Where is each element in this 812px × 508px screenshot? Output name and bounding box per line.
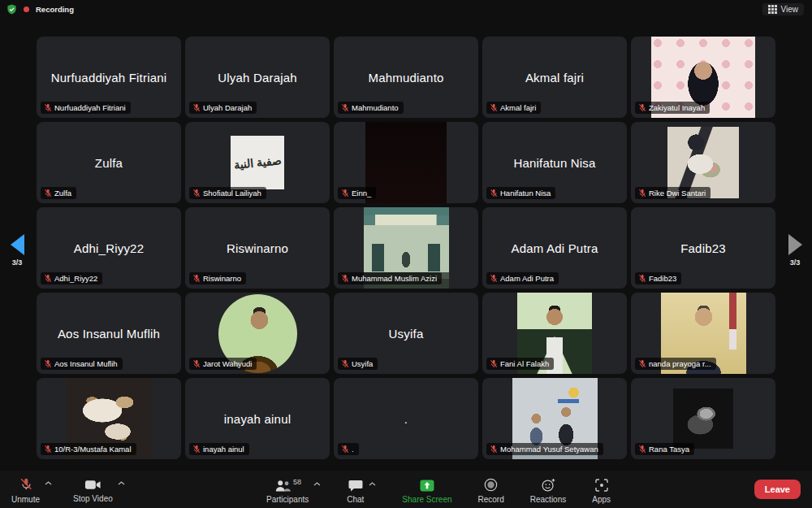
reactions-smiley-icon [540, 478, 555, 492]
participant-tile[interactable]: Fani Al Falakh [482, 293, 627, 374]
chat-chevron-icon[interactable] [369, 482, 376, 486]
participant-label-text: nanda prayoga r... [649, 359, 711, 368]
participant-label-text: Aos Insanul Muflih [54, 359, 118, 368]
participant-label: Fani Al Falakh [486, 358, 554, 370]
toolbar: Unmute Stop Video [0, 471, 812, 508]
muted-mic-icon [638, 359, 646, 368]
participant-tile[interactable]: Fadib23Fadib23 [631, 207, 775, 289]
participant-label-text: Ulyah Darajah [203, 103, 252, 112]
participant-tile[interactable]: RiswinarnoRiswinarno [185, 207, 330, 289]
calligraphy-text: صفية النية [233, 154, 282, 172]
participant-video [365, 122, 447, 203]
participant-label: Rana Tasya [635, 443, 694, 455]
participant-tile[interactable]: UsyifaUsyifa [334, 293, 478, 374]
leave-button[interactable]: Leave [754, 480, 801, 499]
participant-tile[interactable]: Rana Tasya [631, 378, 775, 459]
muted-mic-icon [341, 189, 349, 198]
video-options-chevron-icon[interactable] [118, 481, 125, 485]
arrow-right-icon [788, 234, 802, 255]
muted-mic-icon [192, 274, 201, 283]
participant-tile[interactable]: nanda prayoga r... [631, 293, 775, 374]
participant-tile[interactable]: inayah ainulinayah ainul [185, 378, 330, 459]
stop-video-button[interactable]: Stop Video [73, 477, 113, 503]
previous-page-button[interactable]: 3/3 [3, 234, 31, 267]
participant-tile[interactable]: Aos Insanul MuflihAos Insanul Muflih [37, 293, 181, 374]
participant-tile[interactable]: 10/R-3/Mustafa Kamal [37, 378, 181, 459]
participant-tile[interactable]: ZulfaZulfa [37, 122, 181, 203]
muted-mic-icon [44, 189, 52, 198]
participant-label-text: Zulfa [54, 189, 71, 198]
muted-mic-icon [192, 103, 201, 112]
zoom-meeting-window: Recording View Nurfuaddiyah FitrianiNurf… [0, 0, 812, 508]
participant-tile[interactable]: Muhammad Muslim Azizi [334, 207, 478, 289]
muted-mic-icon [341, 274, 349, 283]
participant-tile[interactable]: Zakiyatul Inayah [631, 37, 775, 118]
participant-tile[interactable]: Ulyah DarajahUlyah Darajah [185, 37, 330, 118]
participant-tile[interactable]: .. [334, 378, 478, 459]
chat-button[interactable]: Chat [347, 478, 364, 504]
participant-label: Riswinarno [189, 272, 246, 284]
participant-label: Mohammad Yusuf Setyawan [486, 443, 603, 455]
reactions-label: Reactions [530, 495, 566, 504]
participant-video: صفية النية [231, 136, 284, 189]
participant-tile[interactable]: Hanifatun NisaHanifatun Nisa [482, 122, 627, 203]
participant-label: nanda prayoga r... [635, 358, 716, 370]
muted-mic-icon [192, 189, 201, 198]
muted-mic-icon [490, 274, 498, 283]
participant-label: Fadib23 [635, 272, 681, 284]
record-button[interactable]: Record [478, 478, 504, 504]
participant-label: Adam Adi Putra [486, 272, 559, 284]
participant-label-text: Mahmudianto [352, 103, 399, 112]
participants-button[interactable]: 58 Participants [266, 478, 309, 504]
stop-video-label: Stop Video [73, 494, 113, 503]
apps-button[interactable]: Apps [592, 478, 611, 504]
participant-label-text: . [352, 445, 354, 454]
apps-label: Apps [592, 495, 611, 504]
participants-label: Participants [266, 495, 309, 504]
participant-label-text: Adhi_Riyy22 [54, 274, 97, 283]
share-screen-button[interactable]: Share Screen [402, 478, 451, 504]
unmute-options-chevron-icon[interactable] [45, 481, 52, 485]
participants-icon [274, 480, 292, 492]
participant-tile[interactable]: Nurfuaddiyah FitrianiNurfuaddiyah Fitria… [37, 37, 181, 118]
participant-label-text: Rike Dwi Santari [649, 189, 706, 198]
muted-mic-icon [490, 103, 498, 112]
participant-label: Zulfa [41, 187, 76, 199]
chat-bubble-icon [348, 480, 363, 492]
chat-label: Chat [347, 495, 364, 504]
participants-count: 58 [293, 478, 301, 486]
reactions-button[interactable]: Reactions [530, 478, 566, 504]
participant-label: Shofiatul Lailiyah [189, 187, 266, 199]
participant-label-text: Muhammad Muslim Azizi [352, 274, 437, 283]
participant-tile[interactable]: Jarot Wahyudi [185, 293, 330, 374]
participant-label-text: Hanifatun Nisa [500, 189, 551, 198]
participant-grid: Nurfuaddiyah FitrianiNurfuaddiyah Fitria… [37, 37, 775, 459]
participant-label-text: Riswinarno [203, 274, 241, 283]
participant-tile[interactable]: Rike Dwi Santari [631, 122, 775, 203]
participant-label-text: Shofiatul Lailiyah [203, 189, 261, 198]
participants-chevron-icon[interactable] [313, 482, 321, 486]
participant-tile[interactable]: Mohammad Yusuf Setyawan [482, 378, 627, 459]
participant-label-text: Akmal fajri [500, 103, 536, 112]
muted-mic-icon [341, 103, 349, 112]
participant-tile[interactable]: Adhi_Riyy22Adhi_Riyy22 [37, 207, 181, 289]
muted-mic-icon [638, 189, 646, 198]
participant-label: Akmal fajri [486, 102, 541, 114]
muted-microphone-icon [19, 477, 33, 492]
participant-tile[interactable]: Akmal fajriAkmal fajri [482, 37, 627, 118]
participant-label: Jarot Wahyudi [189, 358, 257, 370]
view-button[interactable]: View [762, 3, 805, 15]
muted-mic-icon [44, 274, 52, 283]
apps-icon [595, 479, 608, 492]
participant-label: Aos Insanul Muflih [41, 358, 123, 370]
muted-mic-icon [192, 359, 201, 368]
security-shield-icon[interactable] [6, 4, 17, 15]
next-page-button[interactable]: 3/3 [781, 234, 809, 267]
unmute-button[interactable]: Unmute [11, 477, 40, 504]
participant-tile[interactable]: صفية النيةShofiatul Lailiyah [185, 122, 330, 203]
participant-tile[interactable]: MahmudiantoMahmudianto [334, 37, 478, 118]
participant-tile[interactable]: Einn_ [334, 122, 478, 203]
arrow-left-icon [11, 234, 24, 255]
participant-label-text: Adam Adi Putra [500, 274, 554, 283]
participant-tile[interactable]: Adam Adi PutraAdam Adi Putra [482, 207, 627, 289]
